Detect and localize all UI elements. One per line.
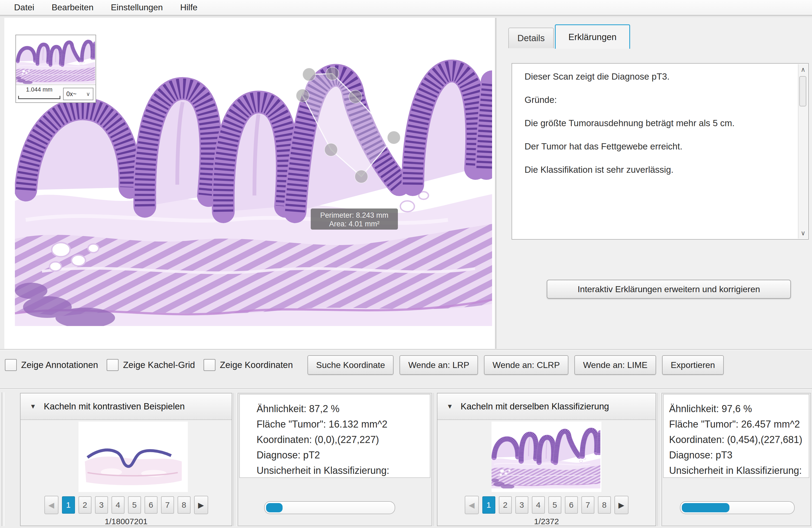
collapse-triangle-icon[interactable]: ▼	[30, 403, 36, 410]
scroll-down-icon[interactable]: ∨	[798, 228, 808, 239]
scale-bar	[18, 95, 60, 99]
apply-lime-button[interactable]: Wende an: LIME	[574, 355, 656, 375]
similarity-value: Ähnlichkeit: 97,6 %	[669, 401, 809, 416]
page-button-3[interactable]: 3	[516, 496, 528, 514]
same-classification-header[interactable]: ▼ Kacheln mit derselben Klassifizierung	[437, 394, 655, 420]
horizontal-separator	[0, 349, 812, 350]
page-button-5[interactable]: 5	[548, 496, 561, 514]
scrollbar-thumb[interactable]	[799, 76, 806, 106]
collapse-triangle-icon[interactable]: ▼	[447, 403, 453, 410]
checkbox-label: Zeige Koordinaten	[220, 360, 293, 370]
contrastive-tissue-thumbnail	[78, 422, 187, 491]
menu-item-datei[interactable]: Datei	[14, 2, 34, 12]
slide-overview-thumbnail[interactable]: 1.044 mm 0x~ ∨	[15, 35, 96, 103]
scroll-up-icon[interactable]: ∧	[798, 64, 808, 75]
similarity-value: Ähnlichkeit: 87,2 %	[257, 401, 430, 416]
same-classification-panel: ▼ Kacheln mit derselben Klassifizierung …	[437, 393, 656, 526]
same-classification-info-panel: Ähnlichkeit: 97,6 % Fläche "Tumor": 26.4…	[662, 393, 811, 526]
page-button-7[interactable]: 7	[161, 496, 174, 514]
uncertainty-progress-fill	[682, 503, 729, 512]
explanation-paragraph: Dieser Scan zeigt die Diagnose pT3.	[524, 71, 792, 82]
tab-erklaerungen[interactable]: Erklärungen	[555, 24, 630, 49]
page-button-1[interactable]: 1	[62, 496, 75, 514]
contrastive-page-counter: 1/18007201	[20, 517, 232, 526]
explanation-text: Dieser Scan zeigt die Diagnose pT3. Grün…	[524, 71, 792, 188]
same-classification-title: Kacheln mit derselben Klassifizierung	[461, 401, 609, 412]
page-button-6[interactable]: 6	[565, 496, 578, 514]
tumor-area-value: Fläche "Tumor": 16.132 mm^2	[257, 416, 430, 432]
menu-item-hilfe[interactable]: Hilfe	[180, 2, 198, 12]
menu-item-einstellungen[interactable]: Einstellungen	[111, 2, 163, 12]
explanation-paragraph: Die Klassifikation ist sehr zuverlässig.	[524, 165, 792, 175]
uncertainty-progressbar	[680, 501, 795, 514]
checkbox-zeige-kachel-grid[interactable]	[107, 359, 118, 371]
checkbox-zeige-annotationen[interactable]	[5, 359, 17, 371]
explanation-textbox[interactable]: Dieser Scan zeigt die Diagnose pT3. Grün…	[511, 63, 809, 240]
same-classification-page-counter: 1/2372	[437, 517, 655, 526]
magnification-dropdown[interactable]: 0x~ ∨	[63, 88, 93, 100]
vertical-splitter[interactable]	[495, 18, 497, 349]
previous-page-icon[interactable]: ◀	[44, 496, 58, 514]
scale-label: 1.044 mm	[18, 86, 61, 93]
coordinates-value: Koordinaten: (0,0),(227,227)	[257, 432, 430, 447]
diagnosis-value: Diagnose: pT2	[257, 447, 430, 463]
diagnosis-value: Diagnose: pT3	[669, 447, 809, 463]
panel-splitter[interactable]	[657, 393, 661, 526]
page-button-5[interactable]: 5	[128, 496, 141, 514]
menu-bar: Datei Bearbeiten Einstellungen Hilfe	[0, 0, 812, 16]
tumor-area-value: Fläche "Tumor": 26.457 mm^2	[669, 416, 809, 432]
page-button-2[interactable]: 2	[499, 496, 512, 514]
page-button-2[interactable]: 2	[78, 496, 91, 514]
menu-item-bearbeiten[interactable]: Bearbeiten	[52, 2, 93, 12]
page-button-4[interactable]: 4	[112, 496, 125, 514]
same-class-tissue-thumbnail	[492, 422, 600, 488]
panel-splitter[interactable]	[233, 393, 236, 526]
page-button-7[interactable]: 7	[581, 496, 594, 514]
magnification-value: 0x~	[66, 90, 77, 98]
contrastive-panel-header[interactable]: ▼ Kacheln mit kontrastiven Beispielen	[20, 394, 232, 420]
apply-lrp-button[interactable]: Wende an: LRP	[400, 355, 478, 375]
extend-correct-explanations-button[interactable]: Interaktiv Erklärungen erweitern und kor…	[547, 280, 791, 299]
uncertainty-label: Unsicherheit in Klassifizierung:	[669, 463, 809, 478]
pane-edge	[2, 393, 4, 526]
detail-sidebar: Details Erklärungen Dieser Scan zeigt di…	[497, 18, 812, 349]
measurement-tooltip: Perimeter: 8.243 mm Area: 4.01 mm²	[311, 209, 398, 230]
page-button-3[interactable]: 3	[95, 496, 108, 514]
previous-page-icon[interactable]: ◀	[465, 496, 479, 514]
coordinates-value: Koordinaten: (0,454),(227,681)	[669, 432, 809, 447]
explanation-scrollbar[interactable]: ∧ ∨	[798, 64, 808, 239]
search-coordinate-button[interactable]: Suche Koordinate	[307, 355, 394, 375]
same-classification-tile-image[interactable]	[492, 422, 601, 492]
tab-details[interactable]: Details	[508, 28, 554, 48]
tile-results-area: ▼ Kacheln mit kontrastiven Beispielen ◀ …	[0, 391, 812, 528]
checkbox-label: Zeige Kachel-Grid	[123, 360, 195, 370]
panel-splitter[interactable]	[433, 393, 436, 526]
main-toolbar: Zeige Annotationen Zeige Kachel-Grid Zei…	[0, 352, 812, 378]
page-button-8[interactable]: 8	[177, 496, 191, 514]
page-button-1[interactable]: 1	[482, 496, 495, 514]
measurement-area: Area: 4.01 mm²	[329, 220, 379, 228]
contrastive-tile-image[interactable]	[78, 422, 188, 492]
explanation-paragraph: Die größte Tumorausdehnung beträgt mehr …	[524, 118, 792, 129]
page-button-4[interactable]: 4	[532, 496, 545, 514]
uncertainty-progress-fill	[266, 503, 282, 512]
next-page-icon[interactable]: ▶	[194, 496, 208, 514]
page-button-6[interactable]: 6	[145, 496, 158, 514]
uncertainty-label: Unsicherheit in Klassifizierung:	[257, 463, 430, 478]
overview-toolbar: 1.044 mm 0x~ ∨	[16, 86, 96, 102]
contrastive-examples-panel: ▼ Kacheln mit kontrastiven Beispielen ◀ …	[20, 393, 232, 526]
uncertainty-progressbar	[264, 501, 395, 514]
same-classification-pagination: ◀ 1 2 3 4 5 6 7 8 ▶	[437, 496, 655, 514]
contrastive-pagination: ◀ 1 2 3 4 5 6 7 8 ▶	[20, 496, 232, 514]
page-button-8[interactable]: 8	[598, 496, 611, 514]
next-page-icon[interactable]: ▶	[614, 496, 628, 514]
same-classification-info-box: Ähnlichkeit: 97,6 % Fläche "Tumor": 26.4…	[663, 394, 809, 478]
contrastive-panel-title: Kacheln mit kontrastiven Beispielen	[44, 401, 185, 412]
slide-viewer[interactable]: Perimeter: 8.243 mm Area: 4.01 mm² 1.044…	[4, 18, 495, 349]
checkbox-zeige-koordinaten[interactable]	[204, 359, 215, 371]
export-button[interactable]: Exportieren	[662, 355, 724, 375]
apply-clrp-button[interactable]: Wende an: CLRP	[484, 355, 568, 375]
explanation-paragraph: Der Tumor hat das Fettgewebe erreicht.	[524, 141, 792, 152]
overview-image[interactable]	[16, 35, 96, 85]
explanation-paragraph: Gründe:	[524, 95, 792, 105]
